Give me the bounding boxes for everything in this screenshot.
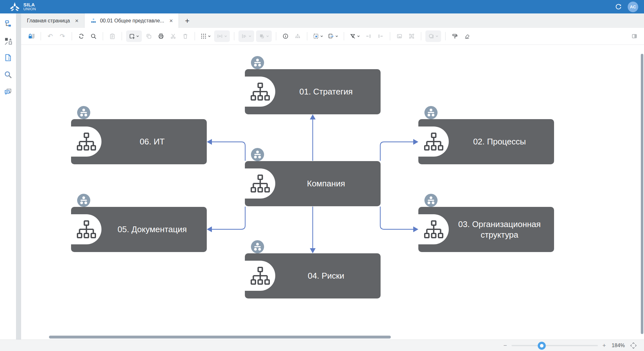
tab-bar: Главная страница × 00.01 Общее представл…	[21, 13, 644, 28]
tab-diagram[interactable]: 00.01 Общее представле... ×	[85, 13, 179, 28]
subtree-button[interactable]	[293, 30, 303, 42]
copy-button[interactable]	[144, 30, 154, 42]
insert-shape-icon	[129, 33, 135, 39]
diagram-node[interactable]: 05. Документация	[71, 207, 207, 252]
chevron-down-icon	[320, 33, 323, 39]
redo-button[interactable]: ↷	[57, 30, 68, 42]
diagram-node[interactable]: 06. ИТ	[71, 119, 207, 164]
chevron-down-icon	[248, 33, 252, 39]
tab-home[interactable]: Главная страница ×	[21, 13, 85, 28]
lock-button[interactable]	[26, 30, 36, 42]
refresh-button[interactable]	[76, 30, 86, 42]
close-icon[interactable]: ×	[169, 18, 173, 24]
org-unit-badge-icon	[251, 148, 264, 161]
new-tab-button[interactable]: +	[179, 13, 196, 28]
align-button[interactable]	[238, 30, 254, 42]
search-icon	[90, 33, 97, 39]
collapse-incoming-icon	[365, 33, 372, 39]
fit-to-screen-button[interactable]	[629, 341, 638, 350]
horizontal-scrollbar[interactable]	[49, 336, 391, 339]
diagram-node[interactable]: Компания	[245, 161, 381, 206]
org-unit-badge-icon	[251, 56, 264, 69]
print-button[interactable]	[156, 30, 166, 42]
diagram-node[interactable]: 02. Процессы	[418, 119, 554, 164]
grid-button[interactable]	[199, 30, 212, 42]
diagram-icon	[90, 18, 97, 24]
insert-text-button[interactable]	[407, 30, 417, 42]
connector-edge	[212, 142, 245, 161]
org-unit-badge-icon	[251, 240, 264, 253]
text-frame-icon	[408, 33, 415, 39]
brand-bottom: UNION	[23, 7, 36, 11]
document-info-icon[interactable]	[4, 53, 12, 62]
insert-image-button[interactable]	[394, 30, 405, 42]
arrange-icon	[259, 33, 265, 39]
vertical-scrollbar[interactable]	[641, 54, 643, 334]
trash-icon	[182, 33, 189, 39]
search-button[interactable]	[88, 30, 99, 42]
export-fragment-icon	[328, 33, 334, 39]
grid-icon	[200, 33, 207, 39]
diagram-node[interactable]: 04. Риски	[245, 253, 381, 298]
node-label: 06. ИТ	[101, 119, 203, 164]
connector-arrowhead	[207, 139, 212, 145]
insert-shape-button[interactable]	[126, 30, 142, 42]
connector-arrowhead	[310, 248, 316, 253]
spacing-button[interactable]	[214, 30, 230, 42]
org-unit-badge-icon	[77, 106, 90, 119]
zoom-slider-thumb[interactable]	[538, 342, 546, 350]
chevron-down-icon	[335, 33, 338, 39]
redo-icon: ↷	[60, 33, 65, 39]
comments-icon[interactable]	[4, 87, 12, 96]
diagram-node[interactable]: 01. Стратегия	[245, 69, 381, 114]
user-avatar[interactable]: AC	[628, 2, 638, 12]
search-panel-icon[interactable]	[4, 70, 12, 79]
node-label: 03. Организационная структура	[449, 207, 550, 252]
zoom-slider[interactable]	[511, 345, 598, 346]
delete-button[interactable]	[180, 30, 190, 42]
chevron-down-icon	[208, 33, 211, 39]
subtree-icon	[294, 33, 301, 39]
zoom-in-button[interactable]: +	[602, 342, 606, 348]
export-fragment-button[interactable]	[326, 30, 340, 42]
tab-label: 00.01 Общее представле...	[100, 18, 164, 24]
node-label: 04. Риски	[275, 253, 377, 298]
panel-toggle-button[interactable]	[629, 30, 640, 42]
sila-logo-icon	[9, 2, 20, 11]
paste-icon	[109, 33, 116, 39]
image-icon	[396, 33, 403, 39]
brand-top: SILA	[23, 2, 36, 7]
collapse-outgoing-button[interactable]	[375, 30, 386, 42]
zoom-out-button[interactable]: −	[503, 342, 507, 348]
connector-edge	[380, 207, 413, 229]
selection-mode-button[interactable]	[311, 30, 325, 42]
cut-button[interactable]	[168, 30, 178, 42]
arrange-button[interactable]	[256, 30, 272, 42]
diagram-node[interactable]: 03. Организационная структура	[418, 207, 554, 252]
chevron-down-icon	[224, 33, 227, 39]
insert-ellipse-button[interactable]	[425, 30, 441, 42]
toolbar: ↶ ↷	[21, 28, 644, 45]
paste-button[interactable]	[107, 30, 117, 42]
connector-arrowhead	[413, 139, 418, 145]
close-icon[interactable]: ×	[75, 18, 78, 24]
info-button[interactable]	[280, 30, 291, 42]
undo-button[interactable]: ↶	[45, 30, 55, 42]
selection-mode-icon	[313, 33, 319, 39]
print-icon	[158, 33, 164, 39]
model-tree-icon[interactable]	[4, 19, 12, 28]
format-paint-button[interactable]	[450, 30, 460, 42]
brand-logo: SILA UNION	[9, 2, 36, 11]
ellipse-icon	[428, 33, 434, 39]
filter-button[interactable]	[348, 30, 361, 42]
eraser-button[interactable]	[462, 30, 472, 42]
node-notch	[418, 127, 449, 157]
shapes-palette-icon[interactable]	[4, 36, 12, 45]
node-notch	[71, 214, 101, 244]
sitemap-icon	[251, 83, 270, 101]
sidebar-divider	[16, 13, 21, 339]
collapse-incoming-button[interactable]	[363, 30, 374, 42]
refresh-session-icon[interactable]	[614, 2, 623, 12]
diagram-canvas[interactable]: 01. Стратегия 06. ИТ	[21, 45, 644, 339]
node-label: 02. Процессы	[449, 119, 550, 164]
